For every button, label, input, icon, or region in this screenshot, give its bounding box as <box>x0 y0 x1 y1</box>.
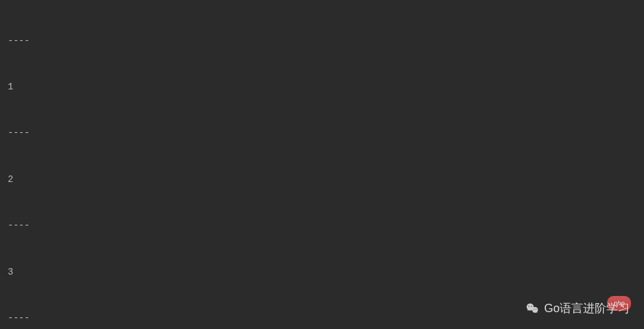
output-line: ---- <box>8 218 636 234</box>
output-line: ---- <box>8 34 636 49</box>
wechat-footer: Go语言进阶学习 <box>525 299 630 319</box>
output-line: 1 <box>8 80 636 95</box>
console-output: ---- 1 ---- 2 ---- 3 ---- 4 ---- ---- 6 … <box>8 3 636 329</box>
wechat-icon <box>525 301 540 317</box>
output-line: 2 <box>8 172 636 188</box>
wechat-label: Go语言进阶学习 <box>544 299 630 319</box>
output-line: 3 <box>8 265 636 280</box>
svg-point-3 <box>531 306 532 307</box>
svg-point-5 <box>536 309 536 310</box>
svg-point-2 <box>529 306 530 307</box>
output-line: ---- <box>8 126 636 141</box>
svg-point-1 <box>532 307 538 313</box>
svg-point-4 <box>534 309 534 310</box>
